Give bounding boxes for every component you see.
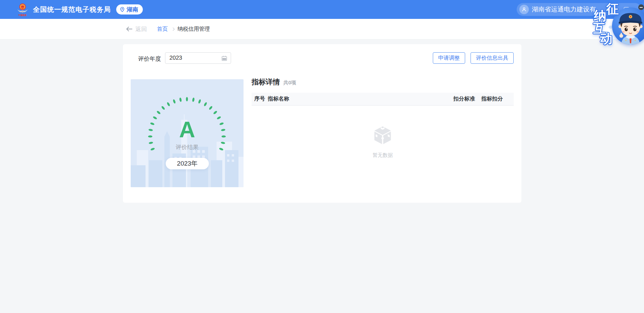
- tax-emblem-icon: [17, 3, 28, 15]
- assistant-char-na[interactable]: 纳: [594, 9, 606, 22]
- app-title: 全国统一规范电子税务局: [33, 5, 111, 14]
- tax-bureau-logo: 中国税务: [17, 3, 28, 16]
- logo-caption: 中国税务: [18, 14, 27, 16]
- empty-state: 暂无数据: [252, 125, 514, 159]
- avatar: [519, 5, 529, 14]
- col-serial-number: 序号: [252, 95, 268, 103]
- col-indicator-name: 指标名称: [268, 95, 431, 103]
- grade-caption: 评价结果: [131, 143, 244, 151]
- person-icon: [521, 7, 527, 12]
- region-label: 湖南: [127, 6, 138, 13]
- breadcrumb-current: 纳税信用管理: [178, 26, 210, 33]
- assistant-widget[interactable]: 征 纳 互 动: [591, 0, 644, 54]
- year-input[interactable]: [169, 55, 220, 61]
- empty-text: 暂无数据: [373, 152, 393, 159]
- back-button[interactable]: 返回: [126, 25, 147, 33]
- col-indicator-deduction: 指标扣分: [475, 95, 514, 103]
- empty-box-icon: [373, 125, 392, 145]
- grade-year-badge: 2023年: [166, 158, 209, 169]
- credit-management-card: 评价年度 申请调整 评价信息出具: [123, 44, 521, 203]
- year-picker[interactable]: [165, 52, 231, 64]
- region-selector[interactable]: 湖南: [116, 4, 143, 15]
- apply-adjust-button[interactable]: 申请调整: [433, 52, 465, 64]
- chevron-right-icon: [171, 27, 175, 31]
- indicator-count: 共0项: [283, 80, 296, 86]
- grade-value: A: [131, 118, 244, 141]
- action-buttons: 申请调整 评价信息出具: [433, 52, 514, 64]
- assistant-minimize-button[interactable]: [638, 4, 644, 10]
- indicator-details-title: 指标详情: [252, 77, 280, 87]
- calendar-icon[interactable]: [221, 55, 227, 61]
- back-arrow-icon: [126, 26, 132, 32]
- col-deduction-standard: 扣分标准: [431, 95, 475, 103]
- evaluation-result-panel: A 评价结果 2023年: [131, 79, 244, 187]
- breadcrumb-bar: 返回 首页 纳税信用管理: [0, 19, 644, 39]
- breadcrumb-home-link[interactable]: 首页: [157, 26, 168, 33]
- issue-evaluation-info-button[interactable]: 评价信息出具: [471, 52, 514, 64]
- back-label: 返回: [135, 25, 147, 33]
- indicator-table-header: 序号 指标名称 扣分标准 指标扣分: [252, 93, 514, 106]
- indicator-details-header: 指标详情 共0项: [252, 77, 296, 87]
- top-header: 中国税务 全国统一规范电子税务局 湖南 湖南省运通电力建设有: [0, 0, 644, 19]
- user-name: 湖南省运通电力建设有: [532, 5, 596, 14]
- location-pin-icon: [120, 7, 125, 12]
- indicator-table: 序号 指标名称 扣分标准 指标扣分: [252, 93, 514, 106]
- assistant-char-dong[interactable]: 动: [600, 32, 612, 45]
- assistant-char-zheng[interactable]: 征: [606, 3, 619, 15]
- year-filter-label: 评价年度: [138, 55, 161, 63]
